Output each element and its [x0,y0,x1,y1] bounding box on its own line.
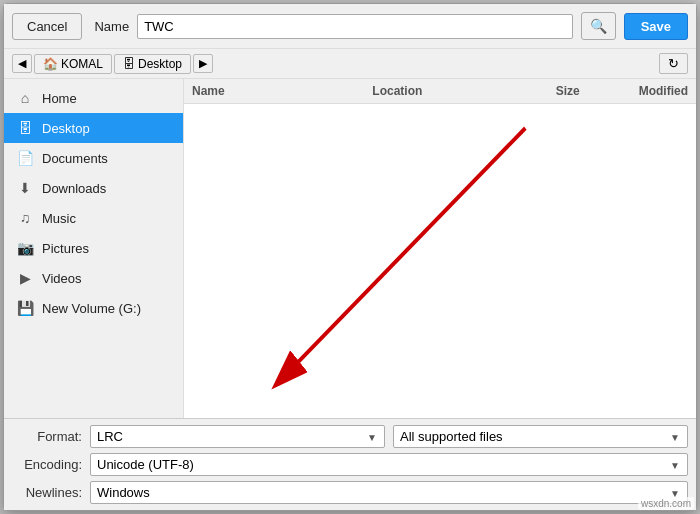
downloads-icon: ⬇ [16,180,34,196]
col-name-header: Name [192,84,372,98]
pictures-icon: 📷 [16,240,34,256]
documents-icon: 📄 [16,150,34,166]
file-list-header: Name Location Size Modified [184,79,696,104]
sidebar-label-pictures: Pictures [42,241,89,256]
svg-line-1 [291,128,526,370]
sidebar-label-downloads: Downloads [42,181,106,196]
encoding-label: Encoding: [12,457,82,472]
encoding-select[interactable]: Unicode (UTF-8) UTF-16 ASCII ISO-8859-1 [90,453,688,476]
sidebar-label-home: Home [42,91,77,106]
newlines-select[interactable]: Windows Unix Mac [90,481,688,504]
reload-icon: ↻ [668,56,679,71]
music-icon: ♫ [16,210,34,226]
encoding-row: Encoding: Unicode (UTF-8) UTF-16 ASCII I… [12,453,688,476]
sidebar-label-music: Music [42,211,76,226]
save-button[interactable]: Save [624,13,688,40]
newlines-select-wrapper: Windows Unix Mac [90,481,688,504]
col-size-header: Size [508,84,580,98]
breadcrumb-desktop-label: Desktop [138,57,182,71]
format-select-wrapper: LRC TXT SRT VTT [90,425,385,448]
sidebar-item-home[interactable]: ⌂ Home [4,83,183,113]
col-location-header: Location [372,84,507,98]
home-icon: 🏠 [43,57,58,71]
header-row: Cancel Name 🔍 Save [4,4,696,49]
sidebar-label-videos: Videos [42,271,82,286]
name-label: Name [94,19,129,34]
sidebar-label-desktop: Desktop [42,121,90,136]
watermark: wsxdn.com [638,497,694,510]
bottom-bar: Format: LRC TXT SRT VTT All supported fi… [4,418,696,510]
cancel-button[interactable]: Cancel [12,13,82,40]
col-modified-header: Modified [580,84,688,98]
search-icon: 🔍 [590,18,607,34]
sidebar-item-documents[interactable]: 📄 Documents [4,143,183,173]
breadcrumb-row: ◀ 🏠 KOMAL 🗄 Desktop ▶ ↻ [4,49,696,79]
sidebar: ⌂ Home 🗄 Desktop 📄 Documents ⬇ Downloads… [4,79,184,418]
drive-icon: 💾 [16,300,34,316]
breadcrumb-home[interactable]: 🏠 KOMAL [34,54,112,74]
breadcrumb-next-button[interactable]: ▶ [193,54,213,73]
breadcrumb-prev-button[interactable]: ◀ [12,54,32,73]
format-row: Format: LRC TXT SRT VTT All supported fi… [12,425,688,448]
sidebar-item-videos[interactable]: ▶ Videos [4,263,183,293]
sidebar-item-downloads[interactable]: ⬇ Downloads [4,173,183,203]
sidebar-item-newvolume[interactable]: 💾 New Volume (G:) [4,293,183,323]
file-list-body[interactable] [184,104,696,418]
breadcrumb-desktop[interactable]: 🗄 Desktop [114,54,191,74]
home-icon: ⌂ [16,90,34,106]
sidebar-label-newvolume: New Volume (G:) [42,301,141,316]
newlines-label: Newlines: [12,485,82,500]
sidebar-item-music[interactable]: ♫ Music [4,203,183,233]
all-files-select-wrapper: All supported files All files [393,425,688,448]
save-dialog: Cancel Name 🔍 Save ◀ 🏠 KOMAL 🗄 Desktop ▶… [3,3,697,511]
file-area: Name Location Size Modified [184,79,696,418]
desktop-icon: 🗄 [16,120,34,136]
filename-input[interactable] [137,14,572,39]
arrow-overlay [184,104,696,418]
search-button[interactable]: 🔍 [581,12,616,40]
folder-icon: 🗄 [123,57,135,71]
videos-icon: ▶ [16,270,34,286]
newlines-row: Newlines: Windows Unix Mac [12,481,688,504]
breadcrumb-komal-label: KOMAL [61,57,103,71]
sidebar-item-pictures[interactable]: 📷 Pictures [4,233,183,263]
all-files-select[interactable]: All supported files All files [393,425,688,448]
format-label: Format: [12,429,82,444]
sidebar-item-desktop[interactable]: 🗄 Desktop [4,113,183,143]
reload-button[interactable]: ↻ [659,53,688,74]
format-select[interactable]: LRC TXT SRT VTT [90,425,385,448]
encoding-select-wrapper: Unicode (UTF-8) UTF-16 ASCII ISO-8859-1 [90,453,688,476]
sidebar-label-documents: Documents [42,151,108,166]
main-content: ⌂ Home 🗄 Desktop 📄 Documents ⬇ Downloads… [4,79,696,418]
